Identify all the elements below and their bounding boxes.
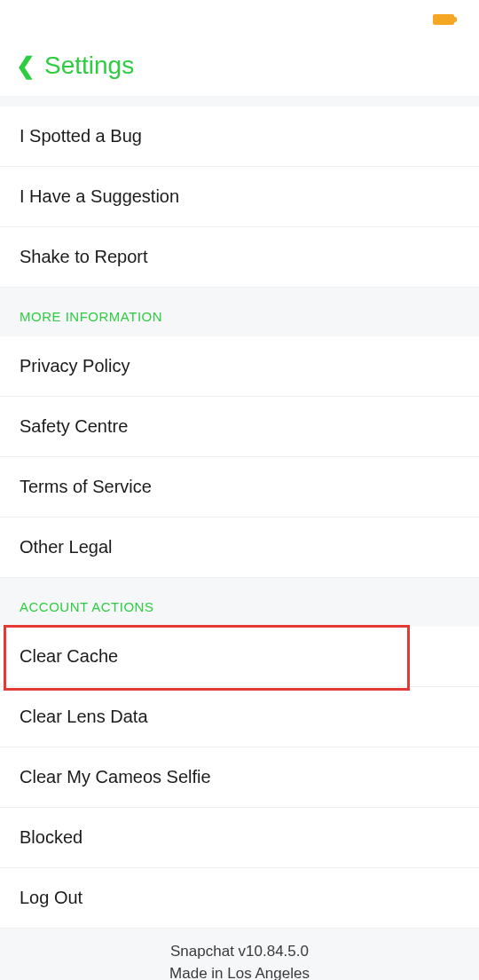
app-tagline: Made in Los Angeles <box>0 963 479 980</box>
clear-cache-item[interactable]: Clear Cache <box>0 627 479 687</box>
status-bar <box>0 0 479 39</box>
settings-header: ❮ Settings <box>0 39 479 96</box>
page-title: Settings <box>44 51 134 80</box>
other-legal-item[interactable]: Other Legal <box>0 518 479 578</box>
blocked-item[interactable]: Blocked <box>0 808 479 868</box>
more-info-header: MORE INFORMATION <box>0 288 479 336</box>
account-actions-header: ACCOUNT ACTIONS <box>0 578 479 627</box>
clear-cameos-selfie-item[interactable]: Clear My Cameos Selfie <box>0 747 479 808</box>
shake-report-item[interactable]: Shake to Report <box>0 227 479 288</box>
battery-icon <box>433 14 454 25</box>
spotted-bug-item[interactable]: I Spotted a Bug <box>0 107 479 167</box>
clear-lens-data-item[interactable]: Clear Lens Data <box>0 687 479 747</box>
section-divider <box>0 96 479 107</box>
suggestion-item[interactable]: I Have a Suggestion <box>0 167 479 227</box>
safety-centre-item[interactable]: Safety Centre <box>0 397 479 457</box>
back-icon[interactable]: ❮ <box>16 54 35 77</box>
footer: Snapchat v10.84.5.0 Made in Los Angeles <box>0 929 479 980</box>
app-version: Snapchat v10.84.5.0 <box>0 941 479 963</box>
terms-service-item[interactable]: Terms of Service <box>0 457 479 518</box>
log-out-item[interactable]: Log Out <box>0 868 479 929</box>
privacy-policy-item[interactable]: Privacy Policy <box>0 336 479 397</box>
